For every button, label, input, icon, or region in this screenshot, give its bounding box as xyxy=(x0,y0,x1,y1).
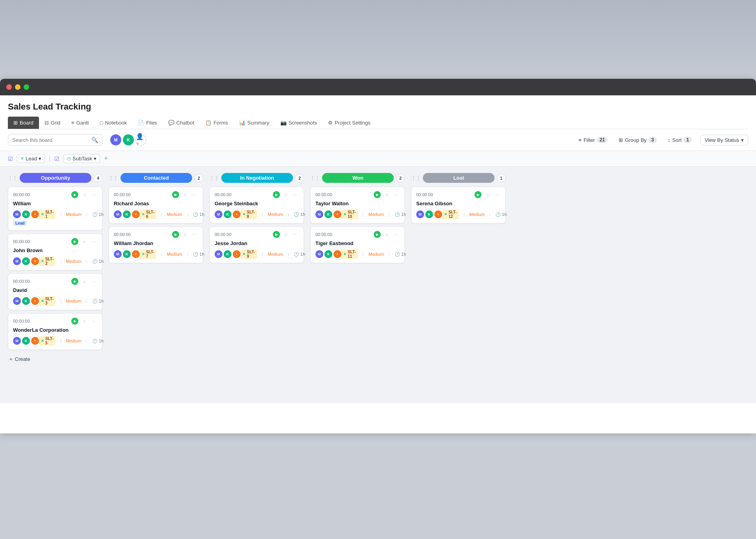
play-button[interactable]: ▶ xyxy=(374,191,381,198)
card-time: 00:00:00 xyxy=(13,192,30,197)
play-button[interactable]: ▶ xyxy=(273,231,280,238)
play-button[interactable]: ▶ xyxy=(474,191,482,198)
tab-project-settings[interactable]: ⚙ Project Settings xyxy=(322,117,376,129)
play-button[interactable]: ▶ xyxy=(172,191,179,198)
add-view-button[interactable]: + xyxy=(104,154,108,163)
drag-handle-icon[interactable]: ⋮⋮ xyxy=(411,175,421,181)
filter-button[interactable]: ≡ Filter 21 xyxy=(576,135,610,145)
more-options-icon[interactable]: ⋯ xyxy=(493,191,500,198)
separator: | xyxy=(60,212,61,217)
view-by-button[interactable]: View By Status ▾ xyxy=(700,135,748,145)
tab-grid[interactable]: ⊟ Grid xyxy=(39,117,66,129)
more-options-icon[interactable]: ⋯ xyxy=(90,318,97,325)
column-label-opportunity[interactable]: Opportunity xyxy=(20,173,91,183)
more-options-icon[interactable]: ⋯ xyxy=(191,231,198,238)
maximize-button[interactable] xyxy=(24,84,29,90)
card-name: Jesse Jordan xyxy=(215,240,299,246)
card[interactable]: 00:00:00▶☆⋯DavidMK+✕ SLT-3|Medium|🕐 1h xyxy=(8,273,102,310)
play-button[interactable]: ▶ xyxy=(374,231,381,238)
close-button[interactable] xyxy=(6,84,12,90)
card[interactable]: 00:00:00▶☆⋯Taylor WaltonMK+✕ SLT-10|Medi… xyxy=(310,187,405,223)
separator: | xyxy=(262,212,263,217)
filter-icon: ≡ xyxy=(578,137,582,143)
card-priority: Medium xyxy=(369,252,384,256)
window-chrome xyxy=(0,79,756,95)
tab-notebook[interactable]: □ Notebook xyxy=(94,117,133,129)
group-by-button[interactable]: ⊞ Group By 3 xyxy=(616,135,659,145)
card[interactable]: 00:00:00▶☆⋯WonderLa CorporationMK+✕ SLT-… xyxy=(8,313,102,350)
avatar-k[interactable]: K xyxy=(123,134,134,145)
star-icon[interactable]: ☆ xyxy=(282,191,289,198)
card-time: 00:00:00 xyxy=(315,192,332,197)
more-options-icon[interactable]: ⋯ xyxy=(393,191,400,198)
column-contacted: ⋮⋮Contacted200:00:00▶☆⋯Richard JonasMK+✕… xyxy=(109,173,203,397)
card[interactable]: 00:00:00▶☆⋯George SteinbackMK+✕ SLT-8|Me… xyxy=(209,187,304,223)
more-options-icon[interactable]: ⋯ xyxy=(292,191,299,198)
avatar-m[interactable]: M xyxy=(110,134,121,145)
more-options-icon[interactable]: ⋯ xyxy=(90,278,97,285)
card-priority: Medium xyxy=(66,212,82,217)
card-name: John Brown xyxy=(13,247,97,253)
card[interactable]: 00:00:00▶☆⋯Serena GibsonMK+✕ SLT-12|Medi… xyxy=(411,187,506,223)
more-options-icon[interactable]: ⋯ xyxy=(90,191,97,198)
search-input[interactable] xyxy=(12,137,89,143)
star-icon[interactable]: ☆ xyxy=(383,191,390,198)
star-icon[interactable]: ☆ xyxy=(484,191,491,198)
tab-summary[interactable]: 📊 Summary xyxy=(233,117,275,129)
tab-board[interactable]: ⊞ Board xyxy=(8,117,39,129)
search-box[interactable]: 🔍 xyxy=(8,134,102,146)
column-label-contacted[interactable]: Contacted xyxy=(120,173,192,183)
card-id: ✕ SLT-9 xyxy=(241,249,257,259)
column-label-lost[interactable]: Lost xyxy=(423,173,495,183)
play-button[interactable]: ▶ xyxy=(71,278,78,285)
star-icon[interactable]: ☆ xyxy=(81,318,88,325)
star-icon[interactable]: ☆ xyxy=(81,191,88,198)
card-avatar-k: K xyxy=(123,250,131,258)
card[interactable]: 00:00:00▶☆⋯John BrownMK+✕ SLT-2|Medium|🕐… xyxy=(8,234,102,270)
card[interactable]: 00:00:00▶☆⋯WilliamMK+✕ SLT-1|Medium|🕐 1h… xyxy=(8,187,102,230)
more-options-icon[interactable]: ⋯ xyxy=(292,231,299,238)
tab-forms[interactable]: 📋 Forms xyxy=(200,117,233,129)
play-button[interactable]: ▶ xyxy=(71,318,78,325)
more-options-icon[interactable]: ⋯ xyxy=(90,238,97,245)
separator: | xyxy=(463,212,465,217)
star-icon[interactable]: ☆ xyxy=(383,231,390,238)
star-icon[interactable]: ☆ xyxy=(182,191,189,198)
play-button[interactable]: ▶ xyxy=(71,238,78,245)
more-options-icon[interactable]: ⋯ xyxy=(393,231,400,238)
drag-handle-icon[interactable]: ⋮⋮ xyxy=(109,175,118,181)
star-icon[interactable]: ☆ xyxy=(81,278,88,285)
lead-tag[interactable]: ✕ Lead ▾ xyxy=(17,154,45,163)
subtask-tag[interactable]: ◷ SubTask ▾ xyxy=(63,154,100,163)
notebook-icon: □ xyxy=(100,120,103,126)
tab-chatbot[interactable]: 💬 Chatbot xyxy=(163,117,200,129)
tab-gantt[interactable]: ≡ Gantt xyxy=(66,117,94,129)
more-options-icon[interactable]: ⋯ xyxy=(191,191,198,198)
card[interactable]: 00:00:00▶☆⋯Richard JonasMK+✕ SLT-6|Mediu… xyxy=(109,187,203,223)
task-icon: ✕ xyxy=(41,339,44,343)
star-icon[interactable]: ☆ xyxy=(282,231,289,238)
card[interactable]: 00:00:00▶☆⋯Tiger EastwoodMK+✕ SLT-11|Med… xyxy=(310,227,405,263)
drag-handle-icon[interactable]: ⋮⋮ xyxy=(310,175,320,181)
tab-files[interactable]: 📄 Files xyxy=(132,117,162,129)
task-icon: ✕ xyxy=(142,212,145,216)
play-button[interactable]: ▶ xyxy=(273,191,280,198)
play-button[interactable]: ▶ xyxy=(172,231,179,238)
star-icon[interactable]: ☆ xyxy=(182,231,189,238)
card[interactable]: 00:00:00▶☆⋯Jesse JordanMK+✕ SLT-9|Medium… xyxy=(209,227,304,263)
star-icon[interactable]: ☆ xyxy=(81,238,88,245)
tab-screenshots[interactable]: 📷 Screenshots xyxy=(275,117,322,129)
column-label-in-negotiation[interactable]: In Negotiation xyxy=(221,173,293,183)
sort-button[interactable]: ↕ Sort 1 xyxy=(665,135,694,145)
card[interactable]: 00:00:00▶☆⋯William JhordanMK+✕ SLT-7|Med… xyxy=(109,227,203,263)
drag-handle-icon[interactable]: ⋮⋮ xyxy=(8,175,17,181)
card-footer: MK+✕ SLT-8|Medium|🕐 1h xyxy=(215,210,299,219)
play-button[interactable]: ▶ xyxy=(71,191,78,198)
add-member-button[interactable]: 👤+ xyxy=(135,134,146,145)
drag-handle-icon[interactable]: ⋮⋮ xyxy=(209,175,219,181)
column-label-won[interactable]: Won xyxy=(322,173,394,183)
card-priority: Medium xyxy=(167,212,182,217)
divider: | xyxy=(49,155,50,162)
create-button[interactable]: + Create xyxy=(8,353,102,365)
minimize-button[interactable] xyxy=(15,84,20,90)
